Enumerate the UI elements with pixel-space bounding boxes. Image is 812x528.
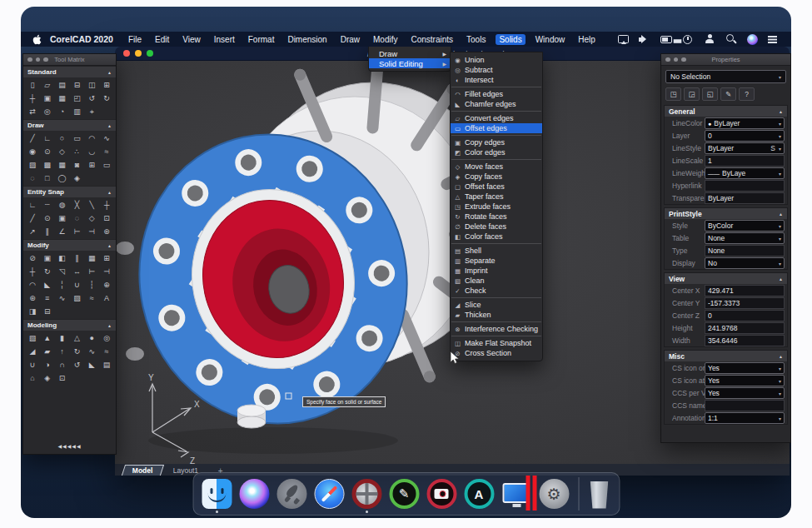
- section-header-standard[interactable]: Standard▲: [23, 66, 116, 77]
- rectangle-icon[interactable]: ▭: [70, 132, 85, 145]
- collapse-arrows[interactable]: ◀◀◀◀◀: [23, 443, 116, 449]
- close-button[interactable]: [123, 50, 130, 57]
- center-y-field[interactable]: -157.3373: [705, 297, 785, 309]
- align-icon[interactable]: ≡: [40, 291, 55, 305]
- menu-item-shell[interactable]: ▤Shell: [451, 246, 542, 256]
- menu-item-taper-faces[interactable]: △Taper faces: [451, 192, 542, 202]
- print-icon[interactable]: ⊟: [70, 78, 85, 92]
- dock-item-siri[interactable]: [239, 479, 269, 509]
- width-field[interactable]: 354.6446: [705, 335, 785, 346]
- properties-title-bar[interactable]: Properties: [661, 54, 790, 66]
- array-icon[interactable]: ▦: [84, 252, 99, 265]
- style-dropdown[interactable]: ByColor▾: [705, 220, 785, 232]
- subtract-solid-icon[interactable]: ◑: [40, 358, 55, 371]
- menu-item-slice[interactable]: ◢Slice: [451, 300, 542, 310]
- transparency-field[interactable]: ByLayer: [705, 192, 785, 204]
- pattern-along-icon[interactable]: ⊞: [99, 252, 114, 265]
- circle-icon[interactable]: ○: [55, 132, 70, 145]
- slab-icon[interactable]: ▰: [40, 345, 55, 358]
- snap-nearest-icon[interactable]: ┄: [40, 198, 55, 212]
- customize-button[interactable]: ✎: [720, 87, 736, 101]
- apple-menu-icon[interactable]: [32, 34, 42, 45]
- save-icon[interactable]: ▤: [55, 78, 70, 92]
- collapse-triangle-icon[interactable]: ▲: [779, 212, 783, 217]
- print-preview-icon[interactable]: ◫: [84, 78, 99, 92]
- wedge-icon[interactable]: ◢: [25, 345, 40, 358]
- snap-endpoint-icon[interactable]: ∟: [25, 198, 40, 212]
- paste-icon[interactable]: ▦: [55, 92, 70, 105]
- menu-view[interactable]: View: [179, 34, 204, 45]
- annotation-s-dropdown[interactable]: 1:1▾: [705, 412, 785, 424]
- pattern-icon[interactable]: ▦: [55, 158, 70, 172]
- point-icon[interactable]: ∴: [70, 145, 85, 158]
- revolve-icon[interactable]: ↻: [70, 345, 85, 358]
- screen-mirroring-icon[interactable]: [617, 34, 630, 45]
- menu-help[interactable]: Help: [575, 34, 599, 45]
- snap-center-icon[interactable]: ⊙: [40, 212, 55, 225]
- stretch-icon[interactable]: ↔: [70, 265, 85, 278]
- center-x-field[interactable]: 429.471: [705, 285, 785, 296]
- menu-item-subtract[interactable]: ◎Subtract: [451, 65, 542, 75]
- union-solid-icon[interactable]: ∪: [25, 358, 40, 371]
- arc-icon[interactable]: ◠: [84, 132, 99, 145]
- redo-icon[interactable]: ↻: [99, 92, 114, 105]
- snap-tangent-icon[interactable]: ◍: [55, 198, 70, 212]
- help-button[interactable]: ?: [739, 87, 755, 101]
- undo-icon[interactable]: ↺: [84, 92, 99, 105]
- copy-icon[interactable]: ▣: [40, 92, 55, 105]
- menu-item-interference-checking[interactable]: ⊗Interference Checking: [451, 324, 542, 334]
- snap-parallel-icon[interactable]: ∥: [40, 225, 55, 238]
- section-header-printstyle[interactable]: PrintStyle▲: [665, 208, 787, 219]
- section-header-misc[interactable]: Misc▲: [665, 351, 787, 361]
- copy-entity-icon[interactable]: ▣: [40, 252, 55, 265]
- chamfer-icon[interactable]: ◣: [40, 278, 55, 291]
- linecolor-dropdown[interactable]: ●ByLayer▾: [705, 117, 785, 129]
- change-properties-icon[interactable]: ◨: [25, 305, 40, 318]
- snap-none-icon[interactable]: ┼: [99, 198, 114, 212]
- collapse-triangle-icon[interactable]: ▲: [107, 123, 112, 128]
- menu-item-solid-editing[interactable]: Solid Editing▶: [369, 58, 451, 68]
- collapse-triangle-icon[interactable]: ▲: [107, 190, 112, 195]
- collapse-triangle-icon[interactable]: ▲: [779, 276, 783, 281]
- mirror-icon[interactable]: ◧: [55, 252, 70, 265]
- menu-item-chamfer-edges[interactable]: ◣Chamfer edges: [451, 99, 542, 109]
- align-text-icon[interactable]: ⊟: [40, 305, 55, 318]
- convert-mesh-icon[interactable]: ◈: [40, 371, 55, 385]
- time-machine-icon[interactable]: [682, 34, 695, 45]
- collapse-triangle-icon[interactable]: ▲: [107, 243, 112, 248]
- snap-perpendicular-icon[interactable]: ╲: [84, 198, 99, 212]
- menu-item-copy-edges[interactable]: ▣Copy edges: [451, 137, 542, 147]
- section-header-view[interactable]: View▲: [665, 273, 787, 284]
- snap-from-icon[interactable]: ╱: [25, 212, 40, 225]
- region-icon[interactable]: ◙: [70, 158, 85, 172]
- section-header-entity-snap[interactable]: Entity Snap▲: [23, 186, 116, 197]
- menu-file[interactable]: File: [125, 34, 145, 45]
- rotate-icon[interactable]: ↻: [40, 265, 55, 278]
- explode-icon[interactable]: ⊛: [25, 291, 40, 305]
- menu-dimension[interactable]: Dimension: [284, 34, 330, 45]
- cs-icon-on-dropdown[interactable]: Yes▾: [705, 362, 785, 374]
- menu-constraints[interactable]: Constraints: [407, 34, 456, 45]
- polysolid-icon[interactable]: ⌂: [25, 371, 40, 385]
- search-icon[interactable]: [725, 34, 738, 45]
- sphere-icon[interactable]: ●: [84, 331, 99, 345]
- revision-cloud-icon[interactable]: ◌: [25, 172, 40, 185]
- cone-icon[interactable]: ▲: [40, 331, 55, 345]
- table-dropdown[interactable]: None▾: [705, 232, 785, 244]
- hyperlink-field[interactable]: [705, 180, 785, 192]
- arc-3point-icon[interactable]: ◡: [84, 145, 99, 158]
- menu-item-extrude-faces[interactable]: ◳Extrude faces: [451, 202, 542, 212]
- section-header-draw[interactable]: Draw▲: [23, 119, 116, 131]
- menu-item-draw[interactable]: Draw▶: [369, 48, 451, 58]
- menu-item-union[interactable]: ◉Union: [451, 55, 542, 65]
- table-icon[interactable]: ⊞: [84, 158, 99, 172]
- fillet-icon[interactable]: ◠: [25, 278, 40, 291]
- edit-spline-icon[interactable]: ≈: [84, 291, 99, 305]
- palette-window-buttons[interactable]: [665, 57, 686, 62]
- sweep-icon[interactable]: ∿: [84, 345, 99, 358]
- tab-model[interactable]: Model: [122, 465, 164, 476]
- collapse-triangle-icon[interactable]: ▲: [779, 354, 783, 359]
- spline-icon[interactable]: ∿: [99, 132, 114, 145]
- copy-properties-button[interactable]: ◳: [665, 87, 681, 101]
- zoom-button[interactable]: [147, 50, 153, 57]
